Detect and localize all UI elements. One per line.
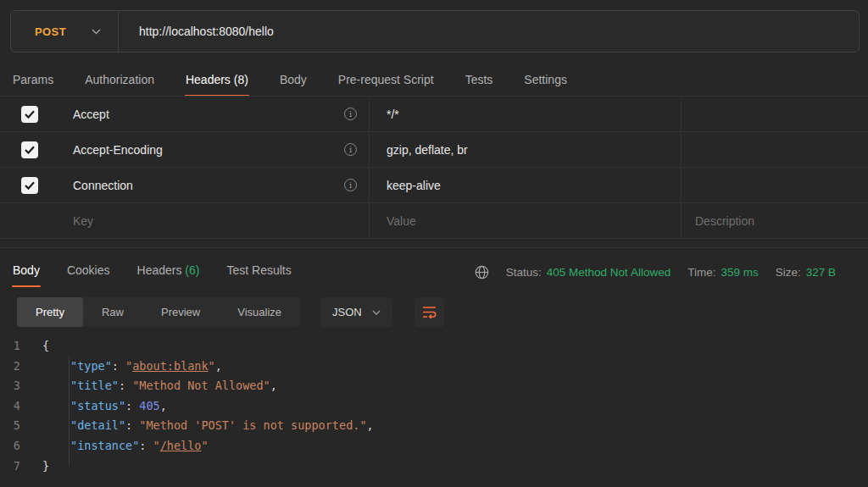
globe-icon[interactable] [475, 265, 489, 279]
tab-response-headers[interactable]: Headers (6) [136, 257, 201, 287]
status-value: 405 Method Not Allowed [547, 266, 670, 279]
header-description-cell[interactable] [681, 97, 868, 131]
headers-table: Accept i */* Accept-Encoding i gzip, def… [0, 96, 868, 239]
tab-settings[interactable]: Settings [523, 68, 568, 98]
tab-headers[interactable]: Headers (8) [185, 68, 249, 98]
header-value-cell[interactable]: keep-alive [369, 168, 681, 202]
header-key-cell[interactable]: Connection i [59, 168, 369, 202]
line-number: 5 [0, 416, 42, 436]
size-indicator: Size: 327 B [776, 266, 836, 279]
line-number: 6 [0, 436, 42, 457]
tab-tests[interactable]: Tests [465, 68, 494, 98]
size-label: Size: [776, 266, 801, 279]
chevron-down-icon [372, 310, 381, 315]
size-value: 327 B [806, 266, 836, 279]
table-row: Connection i keep-alive [0, 168, 868, 203]
line-number: 7 [0, 457, 42, 477]
indent-guide [69, 357, 70, 465]
status-indicator: Status: 405 Method Not Allowed [506, 266, 670, 279]
tab-response-body[interactable]: Body [12, 257, 41, 287]
code-line: 2 "type": "about:blank", [0, 357, 868, 377]
checkbox-cell [0, 203, 59, 238]
method-label: POST [35, 25, 66, 38]
request-url-bar: POST http://localhost:8080/hello [10, 10, 860, 53]
link-token[interactable]: /hello [160, 439, 202, 452]
wrap-lines-icon [422, 306, 437, 318]
tab-response-headers-label: Headers [137, 263, 182, 277]
postman-window: POST http://localhost:8080/hello Params … [0, 0, 868, 487]
info-icon: i [344, 143, 357, 156]
header-key-cell[interactable]: Accept i [59, 97, 369, 131]
request-tabs: Params Authorization Headers (8) Body Pr… [12, 68, 568, 98]
tab-response-cookies[interactable]: Cookies [66, 257, 111, 287]
response-meta-bar: Status: 405 Method Not Allowed Time: 359… [475, 254, 836, 290]
line-number: 2 [0, 357, 42, 377]
line-number: 1 [0, 336, 42, 357]
line-number: 3 [0, 376, 42, 396]
time-value: 359 ms [721, 266, 758, 279]
checkbox[interactable] [21, 141, 38, 158]
header-key-cell[interactable]: Accept-Encoding i [59, 132, 369, 167]
view-tab-preview[interactable]: Preview [142, 297, 219, 327]
tab-headers-label: Headers [186, 73, 231, 86]
response-tabs: Body Cookies Headers (6) Test Results [0, 257, 292, 287]
view-tab-raw[interactable]: Raw [83, 297, 142, 327]
info-icon: i [344, 179, 357, 191]
tab-authorization[interactable]: Authorization [84, 68, 155, 98]
line-number: 4 [0, 396, 42, 417]
header-description-cell[interactable] [681, 132, 868, 167]
link-token[interactable]: about:blank [132, 359, 208, 373]
tab-body[interactable]: Body [279, 68, 308, 98]
format-label: JSON [332, 306, 362, 318]
wrap-lines-button[interactable] [415, 297, 444, 327]
checkbox-cell [0, 132, 59, 167]
view-tab-pretty[interactable]: Pretty [17, 297, 83, 327]
header-value-cell[interactable]: */* [369, 97, 681, 131]
tab-response-headers-count: (6) [185, 263, 199, 277]
time-indicator: Time: 359 ms [687, 266, 759, 279]
response-body-editor: 1 { 2 "type": "about:blank", 3 "title": … [0, 336, 868, 476]
checkbox[interactable] [21, 177, 38, 194]
checkbox-cell [0, 168, 59, 202]
code-line: 7 } [0, 457, 868, 477]
table-row: Accept-Encoding i gzip, deflate, br [0, 132, 868, 168]
tab-params[interactable]: Params [12, 68, 54, 98]
header-value-cell[interactable]: gzip, deflate, br [369, 132, 681, 167]
tab-headers-count: (8) [234, 73, 248, 86]
description-placeholder-cell[interactable]: Description [681, 203, 868, 238]
divider [0, 247, 868, 248]
chevron-down-icon [92, 29, 101, 35]
status-label: Status: [506, 266, 542, 279]
tab-test-results[interactable]: Test Results [225, 257, 292, 287]
checkbox[interactable] [21, 106, 38, 123]
checkbox-cell [0, 97, 59, 131]
info-icon: i [344, 108, 357, 120]
code-line: 4 "status": 405, [0, 396, 868, 417]
header-key: Connection [73, 179, 133, 192]
table-row-placeholder: Key Value Description [0, 203, 868, 239]
code-line: 1 { [0, 336, 868, 357]
format-dropdown[interactable]: JSON [320, 297, 392, 327]
code-line: 3 "title": "Method Not Allowed", [0, 376, 868, 396]
header-key: Accept-Encoding [73, 143, 163, 157]
response-view-toolbar: Pretty Raw Preview Visualize JSON [17, 297, 444, 327]
code-line: 5 "detail": "Method 'POST' is not suppor… [0, 416, 868, 436]
key-placeholder-cell[interactable]: Key [59, 203, 369, 238]
view-mode-group: Pretty Raw Preview Visualize [17, 297, 300, 327]
method-selector[interactable]: POST [11, 11, 118, 52]
time-label: Time: [687, 266, 715, 279]
header-key: Accept [73, 108, 109, 121]
header-description-cell[interactable] [681, 168, 868, 202]
url-input[interactable]: http://localhost:8080/hello [119, 25, 859, 38]
code-line: 6 "instance": "/hello" [0, 436, 868, 457]
table-row: Accept i */* [0, 97, 868, 132]
tab-prerequest-script[interactable]: Pre-request Script [337, 68, 435, 98]
view-tab-visualize[interactable]: Visualize [219, 297, 300, 327]
value-placeholder-cell[interactable]: Value [369, 203, 681, 238]
